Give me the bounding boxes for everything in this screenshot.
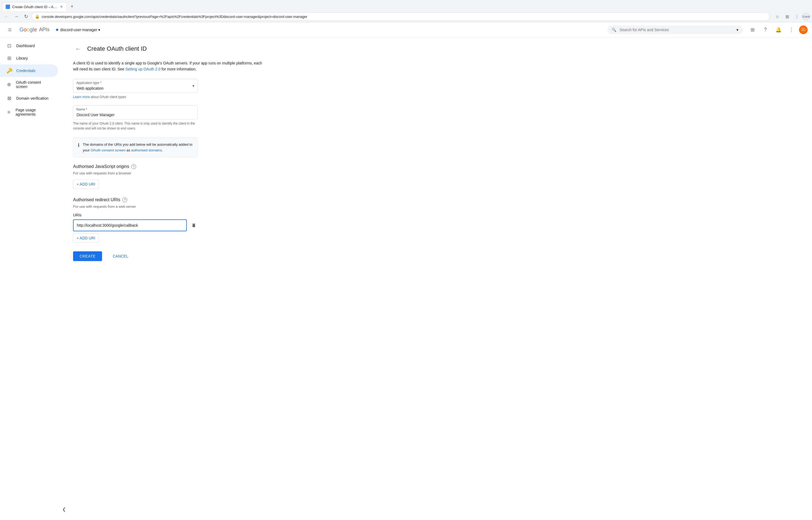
bookmarks-button[interactable]: ☆ — [773, 12, 782, 21]
forward-nav-button[interactable]: → — [12, 12, 21, 21]
active-tab[interactable]: Create OAuth client ID – APIs & ✕ — [2, 2, 67, 11]
redirect-uris-header: Authorised redirect URIs ? — [73, 198, 801, 202]
uri-input-row — [73, 219, 801, 231]
delete-uri-button[interactable] — [189, 220, 199, 230]
name-hint: The name of your OAuth 2.0 client. This … — [73, 121, 198, 131]
sidebar-item-label: OAuth consent screen — [16, 80, 51, 89]
sidebar-item-label: Domain verification — [16, 96, 49, 101]
url-text: console.developers.google.com/apis/crede… — [42, 15, 766, 19]
search-input[interactable] — [620, 28, 733, 32]
setup-oauth-link[interactable]: Setting up OAuth 2.0 — [125, 67, 161, 71]
sidebar-item-label: Library — [16, 56, 28, 60]
js-origins-header: Authorised JavaScript origins ? — [73, 164, 801, 169]
page-header: ← Create OAuth client ID — [73, 44, 801, 54]
collapse-icon: ❮ — [62, 507, 66, 512]
sidebar-item-oauth[interactable]: ⊕ OAuth consent screen — [0, 77, 58, 92]
intro-text-part2: for more information. — [161, 67, 196, 71]
uris-label: URIs — [73, 213, 801, 217]
js-origins-section: Authorised JavaScript origins ? For use … — [73, 164, 801, 189]
js-origins-title: Authorised JavaScript origins — [73, 164, 129, 169]
page-title: Create OAuth client ID — [87, 45, 147, 52]
name-section: Name * The name of your OAuth 2.0 client… — [73, 105, 801, 131]
add-uri-redirect-button[interactable]: + ADD URI — [73, 233, 99, 243]
oauth-consent-link[interactable]: OAuth consent screen — [91, 148, 125, 152]
learn-more-link[interactable]: Learn more — [73, 95, 90, 99]
apps-button[interactable]: ⊞ — [747, 24, 758, 35]
hamburger-icon: ☰ — [8, 28, 12, 32]
sidebar-item-dashboard[interactable]: ⊡ Dashboard — [0, 40, 58, 52]
profile-button[interactable]: Guest — [802, 13, 810, 20]
browser-actions: ☆ ⊞ ⋮ Guest — [773, 12, 810, 21]
apis-text: APIs — [39, 27, 50, 32]
guest-label: Guest — [802, 15, 810, 18]
oauth-icon: ⊕ — [6, 81, 12, 87]
help-button[interactable]: ? — [760, 24, 771, 35]
header-icons: ⊞ ? 🔔 ⋮ 3D — [747, 24, 808, 35]
sidebar-item-label: Credentials — [16, 69, 35, 73]
tab-favicon — [6, 5, 10, 9]
address-bar[interactable]: 🔒 console.developers.google.com/apis/cre… — [31, 12, 770, 21]
redirect-uris-desc: For use with requests from a web server — [73, 205, 801, 209]
app-container: ⊡ Dashboard ⊞ Library 🔑 Credentials ⊕ OA… — [0, 37, 812, 520]
redirect-uris-section: Authorised redirect URIs ? For use with … — [73, 198, 801, 243]
intro-text: A client ID is used to identify a single… — [73, 60, 268, 72]
add-uri-js-origins-label: + ADD URI — [77, 182, 95, 186]
google-apis-logo[interactable]: Google APIs — [20, 27, 50, 33]
library-icon: ⊞ — [6, 55, 12, 61]
project-dot-icon — [56, 29, 58, 31]
lock-icon: 🔒 — [35, 15, 39, 19]
search-bar[interactable]: 🔍 ▾ — [607, 25, 743, 34]
app-header: ☰ Google APIs discord-user-manager ▾ 🔍 ▾… — [0, 22, 812, 37]
info-text: The domains of the URIs you add below wi… — [83, 142, 193, 153]
hamburger-button[interactable]: ☰ — [4, 24, 15, 35]
collapse-sidebar-button[interactable]: ❮ — [60, 505, 68, 514]
app-type-select-wrapper: Application type * Web application ▾ — [73, 79, 198, 93]
project-name: discord-user-manager — [60, 28, 97, 32]
sidebar-item-domain[interactable]: ⊠ Domain verification — [0, 92, 58, 105]
uri-input[interactable] — [73, 219, 187, 231]
sidebar-item-label: Page usage agreements — [16, 108, 51, 116]
sidebar: ⊡ Dashboard ⊞ Library 🔑 Credentials ⊕ OA… — [0, 37, 62, 520]
redirect-uris-help-icon[interactable]: ? — [122, 198, 127, 202]
refresh-nav-button[interactable]: ↻ — [22, 12, 30, 21]
tab-close-button[interactable]: ✕ — [59, 5, 64, 9]
name-input[interactable] — [73, 105, 198, 120]
notifications-button[interactable]: 🔔 — [773, 24, 784, 35]
authorised-domains-link[interactable]: authorised domains — [131, 148, 162, 152]
create-button[interactable]: CREATE — [73, 251, 102, 261]
more-options-button[interactable]: ⋮ — [786, 24, 797, 35]
delete-icon — [191, 223, 196, 228]
page-usage-icon: ≡ — [6, 109, 11, 115]
nav-bar: ← → ↻ 🔒 console.developers.google.com/ap… — [0, 11, 812, 22]
sidebar-item-credentials[interactable]: 🔑 Credentials — [0, 64, 58, 77]
new-tab-button[interactable]: + — [68, 3, 76, 10]
domain-icon: ⊠ — [6, 95, 12, 101]
add-uri-redirect-label: + ADD URI — [77, 236, 95, 240]
extensions-button[interactable]: ⊞ — [783, 12, 791, 21]
more-button[interactable]: ⋮ — [792, 12, 801, 21]
learn-more-suffix: about OAuth client types — [90, 95, 126, 99]
info-text-3: . — [162, 148, 163, 152]
redirect-uris-title: Authorised redirect URIs — [73, 198, 120, 202]
project-dropdown-icon: ▾ — [98, 28, 100, 32]
learn-more-text: Learn more about OAuth client types — [73, 95, 801, 99]
search-icon: 🔍 — [612, 28, 616, 32]
main-content: ← Create OAuth client ID A client ID is … — [62, 37, 812, 520]
tab-bar: Create OAuth client ID – APIs & ✕ + — [0, 0, 812, 11]
back-button[interactable]: ← — [73, 44, 83, 54]
back-nav-button[interactable]: ← — [2, 12, 11, 21]
user-avatar[interactable]: 3D — [799, 25, 808, 34]
app-type-select[interactable]: Web application — [73, 79, 198, 93]
js-origins-help-icon[interactable]: ? — [131, 164, 136, 169]
sidebar-item-library[interactable]: ⊞ Library — [0, 52, 58, 64]
dashboard-icon: ⊡ — [6, 43, 12, 49]
browser-chrome: Create OAuth client ID – APIs & ✕ + ← → … — [0, 0, 812, 22]
sidebar-item-page-usage[interactable]: ≡ Page usage agreements — [0, 105, 58, 120]
name-input-wrapper: Name * — [73, 105, 198, 120]
cancel-button[interactable]: CANCEL — [106, 251, 135, 261]
info-icon: ℹ — [78, 142, 80, 153]
search-dropdown-icon: ▾ — [736, 28, 738, 32]
add-uri-js-origins-button[interactable]: + ADD URI — [73, 180, 99, 189]
app-type-section: Application type * Web application ▾ Lea… — [73, 79, 801, 99]
project-selector[interactable]: discord-user-manager ▾ — [54, 27, 103, 33]
